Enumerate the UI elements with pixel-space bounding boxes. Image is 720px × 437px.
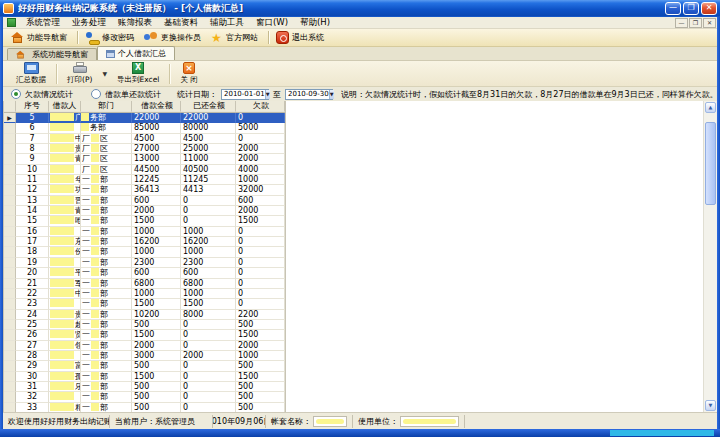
table-row[interactable]: 8贵厂区27000250002000 bbox=[4, 144, 285, 154]
close-button[interactable]: ✕ bbox=[701, 2, 717, 15]
chevron-down-icon[interactable]: ▼ bbox=[329, 90, 334, 99]
table-row[interactable]: 6务部85000800005000 bbox=[4, 123, 285, 133]
department-fragment: 一 bbox=[81, 258, 91, 267]
table-row[interactable]: 20平一部6006000 bbox=[4, 268, 285, 278]
report-toolbar-button-3[interactable]: X导出到Excel bbox=[110, 61, 166, 87]
date-range-label: 统计日期： bbox=[177, 89, 217, 100]
redaction-highlight bbox=[91, 403, 99, 411]
cell-borrower: 平 bbox=[49, 268, 81, 278]
table-row[interactable]: 24贵一部1020080002200 bbox=[4, 310, 285, 320]
radio-repay-statistics[interactable] bbox=[91, 89, 101, 99]
cell-department: 一部 bbox=[81, 247, 132, 257]
cell-owed-amount: 500 bbox=[236, 320, 285, 330]
cell-borrow-amount: 1000 bbox=[132, 289, 181, 299]
minimize-button[interactable]: — bbox=[665, 2, 681, 15]
column-header[interactable]: 部门 bbox=[81, 101, 132, 112]
cell-repaid-amount: 0 bbox=[181, 206, 236, 216]
toolbar-button-2[interactable]: 修改密码 bbox=[82, 30, 140, 45]
toolbar-button-1[interactable]: 功能导航窗 bbox=[8, 30, 73, 45]
table-row[interactable]: 17东一部16200162000 bbox=[4, 237, 285, 247]
redaction-highlight bbox=[81, 113, 89, 121]
menu-item[interactable]: 账簿报表 bbox=[112, 17, 158, 28]
redaction-highlight bbox=[50, 134, 74, 142]
date-from-select[interactable]: 2010-01-01 ▼ bbox=[221, 89, 269, 100]
vertical-scrollbar[interactable]: ▲ ▼ bbox=[703, 101, 717, 412]
radio-debt-statistics[interactable] bbox=[11, 89, 21, 99]
table-row[interactable]: 22中一部100010000 bbox=[4, 289, 285, 299]
cell-repaid-amount: 80000 bbox=[181, 123, 236, 133]
scrollbar-thumb[interactable] bbox=[705, 122, 716, 205]
table-row[interactable]: 13晋一部6000600 bbox=[4, 196, 285, 206]
title-bar[interactable]: 好好用财务出纳记账系统（未注册版） - [个人借款汇总] — ❐ ✕ bbox=[0, 0, 720, 17]
column-header[interactable]: 已还金额 bbox=[181, 101, 236, 112]
redaction-highlight bbox=[50, 279, 74, 287]
table-row[interactable]: 18份一部100010000 bbox=[4, 247, 285, 257]
table-row[interactable]: 21军一部680068000 bbox=[4, 279, 285, 289]
scroll-up-icon[interactable]: ▲ bbox=[705, 102, 716, 113]
report-toolbar-button-2[interactable]: 打印(P) bbox=[60, 61, 99, 87]
table-row[interactable]: 31乐一部5000500 bbox=[4, 382, 285, 392]
tab-label: 系统功能导航窗 bbox=[32, 49, 88, 60]
date-to-select[interactable]: 2010-09-30 ▼ bbox=[285, 89, 333, 100]
cell-seq: 13 bbox=[16, 196, 49, 206]
table-row[interactable]: 27领一部200002000 bbox=[4, 341, 285, 351]
menu-item[interactable]: 业务处理 bbox=[66, 17, 112, 28]
table-row[interactable]: 9青厂区13000110002000 bbox=[4, 154, 285, 164]
row-indicator bbox=[4, 361, 16, 371]
redaction-highlight bbox=[50, 289, 74, 297]
scroll-down-icon[interactable]: ▼ bbox=[705, 400, 716, 411]
to-label: 至 bbox=[273, 89, 281, 100]
chevron-down-icon[interactable]: ▼ bbox=[265, 90, 270, 99]
print-dropdown-icon[interactable]: ▼ bbox=[99, 70, 110, 77]
column-header[interactable]: 欠款 bbox=[236, 101, 285, 112]
table-row[interactable]: 29富一部5000500 bbox=[4, 361, 285, 371]
redaction-highlight bbox=[91, 351, 99, 359]
department-fragment: 部 bbox=[99, 279, 109, 288]
report-toolbar-button-1[interactable]: 汇总数据 bbox=[9, 61, 53, 87]
borrower-fragment: 青 bbox=[74, 206, 81, 215]
cell-borrow-amount: 600 bbox=[132, 196, 181, 206]
mdi-close-button[interactable]: ✕ bbox=[703, 18, 716, 28]
menu-item[interactable]: 帮助(H) bbox=[294, 17, 336, 28]
maximize-button[interactable]: ❐ bbox=[683, 2, 699, 15]
cell-department: 一部 bbox=[81, 206, 132, 216]
cell-seq: 20 bbox=[16, 268, 49, 278]
table-row[interactable]: 32一部5000500 bbox=[4, 392, 285, 402]
mdi-minimize-button[interactable]: — bbox=[675, 18, 688, 28]
borrower-fragment: 广 bbox=[74, 113, 81, 122]
menu-item[interactable]: 系统管理 bbox=[20, 17, 66, 28]
toolbar-button-4[interactable]: ★官方网站 bbox=[207, 30, 264, 45]
toolbar-button-5[interactable]: 退出系统 bbox=[273, 30, 330, 45]
column-header[interactable]: 序号 bbox=[16, 101, 49, 112]
report-toolbar-button-4[interactable]: ×关 闭 bbox=[173, 61, 204, 87]
cell-borrower: 军 bbox=[49, 279, 81, 289]
column-header[interactable]: 借款金额 bbox=[132, 101, 181, 112]
toolbar-button-3[interactable]: 更换操作员 bbox=[140, 30, 207, 45]
table-row[interactable]: 30孤一部150001500 bbox=[4, 372, 285, 382]
column-header[interactable]: 借款人 bbox=[49, 101, 81, 112]
table-row[interactable]: 7中厂区450045000 bbox=[4, 134, 285, 144]
mdi-child-icon[interactable] bbox=[7, 18, 16, 27]
table-row[interactable]: 28一部300020001000 bbox=[4, 351, 285, 361]
mdi-restore-button[interactable]: ❐ bbox=[689, 18, 702, 28]
table-row[interactable]: 10厂区44500405004000 bbox=[4, 165, 285, 175]
menu-item[interactable]: 窗口(W) bbox=[250, 17, 294, 28]
cell-repaid-amount: 25000 bbox=[181, 144, 236, 154]
table-row[interactable]: 15唯一部150001500 bbox=[4, 216, 285, 226]
menu-item[interactable]: 基础资料 bbox=[158, 17, 204, 28]
table-row[interactable]: 23一部150015000 bbox=[4, 299, 285, 309]
table-row[interactable]: 25超一部5000500 bbox=[4, 320, 285, 330]
table-row[interactable]: 11华一部12245112451000 bbox=[4, 175, 285, 185]
table-row[interactable]: 26贤一部150001500 bbox=[4, 330, 285, 340]
department-fragment: 一 bbox=[81, 247, 91, 256]
cell-seq: 10 bbox=[16, 165, 49, 175]
table-row[interactable]: 12功一部36413441332000 bbox=[4, 185, 285, 195]
table-row[interactable]: ▶5广务部22000220000 bbox=[4, 113, 285, 123]
tab-personal-loan-summary[interactable]: 个人借款汇总 bbox=[97, 46, 175, 60]
menu-item[interactable]: 辅助工具 bbox=[204, 17, 250, 28]
table-row[interactable]: 14青一部200002000 bbox=[4, 206, 285, 216]
report-toolbar-button-label: 关 闭 bbox=[180, 75, 197, 85]
table-row[interactable]: 16一部100010000 bbox=[4, 227, 285, 237]
tab-system-navigator[interactable]: 系统功能导航窗 bbox=[7, 48, 97, 60]
table-row[interactable]: 19一部230023000 bbox=[4, 258, 285, 268]
